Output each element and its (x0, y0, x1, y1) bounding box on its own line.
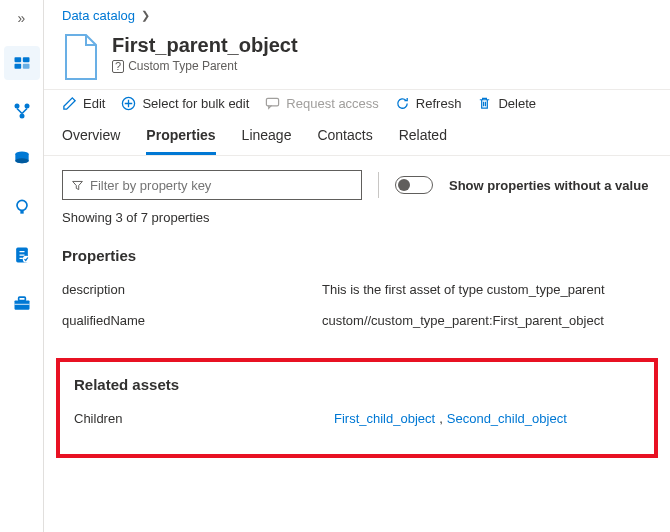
pencil-icon (62, 96, 77, 111)
breadcrumb-link[interactable]: Data catalog (62, 8, 135, 23)
tab-properties[interactable]: Properties (146, 117, 215, 155)
breadcrumb: Data catalog ❯ (44, 0, 670, 27)
property-key: qualifiedName (62, 313, 322, 328)
nav-insights[interactable] (4, 190, 40, 224)
svg-rect-1 (22, 57, 29, 62)
nav-catalog[interactable] (4, 46, 40, 80)
refresh-icon (395, 96, 410, 111)
svg-rect-2 (14, 64, 21, 69)
delete-button[interactable]: Delete (477, 96, 536, 111)
svg-point-6 (19, 114, 24, 119)
svg-point-5 (24, 104, 29, 109)
bulk-edit-button[interactable]: Select for bulk edit (121, 96, 249, 111)
main-content: Data catalog ❯ First_parent_object ? Cus… (44, 0, 670, 532)
related-value: First_child_object, Second_child_object (334, 411, 630, 426)
svg-rect-14 (18, 297, 25, 300)
child-link[interactable]: Second_child_object (447, 411, 567, 426)
filter-input[interactable] (90, 178, 353, 193)
delete-label: Delete (498, 96, 536, 111)
svg-point-4 (14, 104, 19, 109)
asset-title: First_parent_object (112, 33, 298, 57)
property-value: This is the first asset of type custom_t… (322, 282, 652, 297)
tab-related[interactable]: Related (399, 117, 447, 155)
separator: , (439, 411, 443, 426)
nav-management[interactable] (4, 286, 40, 320)
bulb-icon (12, 197, 32, 217)
tab-overview[interactable]: Overview (62, 117, 120, 155)
svg-rect-0 (14, 57, 21, 62)
toggle-knob (398, 179, 410, 191)
property-row: qualifiedName custom//custom_type_parent… (44, 305, 670, 336)
file-icon (62, 33, 100, 81)
filter-icon (71, 179, 84, 192)
asset-subtype: ? Custom Type Parent (112, 59, 298, 73)
side-nav: » (0, 0, 44, 532)
action-toolbar: Edit Select for bulk edit Request access… (44, 89, 670, 117)
showing-count: Showing 3 of 7 properties (44, 206, 670, 239)
svg-rect-15 (14, 304, 29, 305)
plus-circle-icon (121, 96, 136, 111)
related-key: Children (74, 411, 334, 426)
child-link[interactable]: First_child_object (334, 411, 435, 426)
refresh-label: Refresh (416, 96, 462, 111)
svg-rect-3 (22, 64, 29, 69)
property-row: description This is the first asset of t… (44, 274, 670, 305)
property-value: custom//custom_type_parent:First_parent_… (322, 313, 652, 328)
svg-rect-17 (267, 98, 279, 106)
related-row: Children First_child_object, Second_chil… (66, 403, 648, 434)
edit-label: Edit (83, 96, 105, 111)
svg-point-9 (17, 200, 27, 210)
tab-contacts[interactable]: Contacts (317, 117, 372, 155)
edit-button[interactable]: Edit (62, 96, 105, 111)
tab-bar: Overview Properties Lineage Contacts Rel… (44, 117, 670, 156)
nav-sources[interactable] (4, 142, 40, 176)
divider (378, 172, 379, 198)
filter-row: Show properties without a value (44, 156, 670, 206)
policy-icon (12, 245, 32, 265)
toolbox-icon (12, 293, 32, 313)
toggle-label: Show properties without a value (449, 178, 648, 193)
svg-point-8 (15, 158, 28, 163)
trash-icon (477, 96, 492, 111)
catalog-icon (12, 53, 32, 73)
filter-input-wrapper[interactable] (62, 170, 362, 200)
branch-icon (12, 101, 32, 121)
refresh-button[interactable]: Refresh (395, 96, 462, 111)
svg-rect-13 (14, 301, 29, 310)
bulk-label: Select for bulk edit (142, 96, 249, 111)
expand-nav-icon[interactable]: » (18, 6, 26, 32)
related-assets-highlight: Related assets Children First_child_obje… (56, 358, 658, 458)
properties-heading: Properties (44, 239, 670, 274)
asset-subtype-label: Custom Type Parent (128, 59, 237, 73)
related-heading: Related assets (66, 368, 648, 403)
type-icon: ? (112, 60, 124, 73)
tab-lineage[interactable]: Lineage (242, 117, 292, 155)
database-icon (12, 149, 32, 169)
nav-map[interactable] (4, 94, 40, 128)
chevron-right-icon: ❯ (141, 9, 150, 22)
request-label: Request access (286, 96, 379, 111)
property-key: description (62, 282, 322, 297)
asset-header: First_parent_object ? Custom Type Parent (44, 27, 670, 89)
request-access-button: Request access (265, 96, 379, 111)
nav-policy[interactable] (4, 238, 40, 272)
show-empty-toggle[interactable] (395, 176, 433, 194)
chat-icon (265, 96, 280, 111)
svg-rect-10 (20, 210, 23, 213)
